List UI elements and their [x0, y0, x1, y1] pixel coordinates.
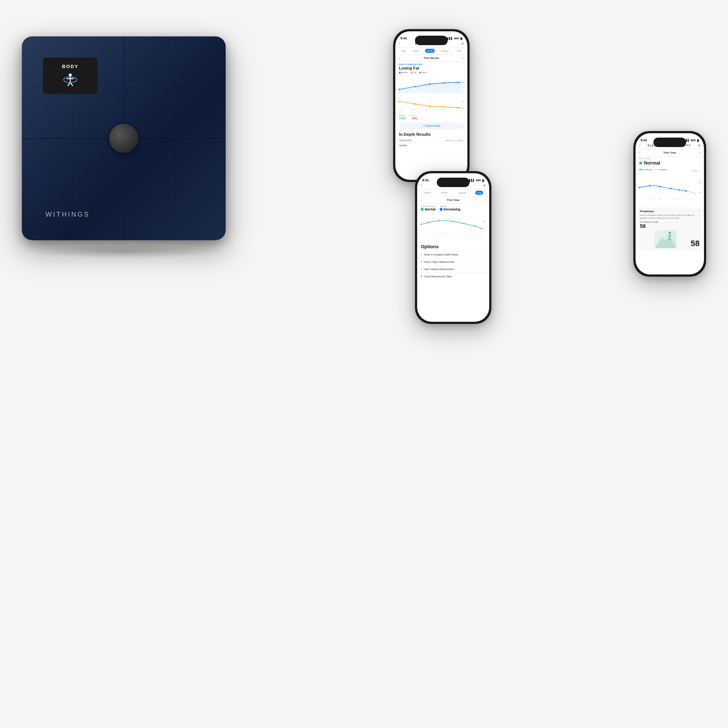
svg-point-15: [414, 103, 416, 105]
option-how-left: ? How to Take a Measurement: [421, 260, 454, 263]
period-label-2: This Year: [447, 198, 459, 202]
dynamic-island-3: [653, 138, 686, 147]
bc-chart-title: Losing Fat: [395, 66, 467, 71]
vascular-section: VASCULAR AGE Normal TREND Decreasing: [417, 204, 489, 213]
vascular-data-row: VASCULAR AGE Normal TREND Decreasing: [421, 205, 486, 211]
next-period-2[interactable]: ›: [485, 198, 486, 202]
svg-text:J: J: [420, 233, 421, 235]
svg-text:30: 30: [463, 101, 465, 102]
svg-text:D: D: [482, 233, 483, 235]
trend-status-text: Decreasing: [444, 208, 460, 211]
table-icon: ≡: [421, 275, 423, 278]
trend-item: TREND Decreasing: [440, 205, 460, 211]
bone-dot: [419, 72, 421, 73]
bc-chart-muscle: 80 78 75: [395, 74, 467, 95]
option-how-to[interactable]: ? How to Take a Measurement ›: [417, 258, 489, 265]
body-scan-icon: [62, 71, 79, 88]
health-report-arrow: ›: [485, 253, 486, 256]
fat-label: Fat: [413, 71, 416, 73]
svg-text:A: A: [460, 233, 461, 235]
signal-icon: ▌▌▌: [447, 37, 453, 40]
svg-text:J: J: [664, 199, 665, 200]
explore-data-button[interactable]: ↗ Explore Data: [399, 123, 464, 129]
phones-area: 9:41 ▌▌▌ WiFi ▓ ‹ BODY COMPOSITION ≡ Day…: [393, 29, 706, 357]
legend-bone: Bone: [419, 71, 426, 73]
how-to-arrow: ›: [485, 260, 486, 263]
tab-day[interactable]: Day: [400, 49, 407, 53]
prediction-title: Prediction: [640, 210, 654, 213]
predicted-line: [655, 169, 658, 170]
phone2-time: 9:41: [422, 178, 429, 182]
menu-button-3[interactable]: ≡: [698, 144, 700, 147]
brand-label: WITHINGS: [46, 211, 90, 219]
menu-button-1[interactable]: ≡: [462, 41, 464, 46]
tab-quarter-2[interactable]: Quarter: [457, 191, 468, 195]
battery-icon: ▓: [460, 37, 462, 40]
option-health-left: ♪ Share a Complete Health Report: [421, 253, 458, 256]
svg-text:Mon 8: Mon 8: [412, 109, 416, 111]
scale-knob: [109, 124, 138, 153]
wifi-icon: WiFi: [454, 37, 459, 40]
next-period-1[interactable]: ›: [463, 56, 464, 60]
prev-period-3[interactable]: ‹: [639, 151, 640, 155]
predicted-legend: Predicted: [655, 166, 667, 173]
bone-label: Bone: [422, 71, 426, 73]
prev-period-1[interactable]: ‹: [399, 56, 400, 60]
bc-legend: Muscle Fat Bone: [395, 71, 467, 74]
prediction-bottom: 58: [640, 230, 700, 248]
tab-year-2-active[interactable]: Year: [476, 191, 483, 195]
svg-point-50: [649, 185, 650, 187]
option-add-manual[interactable]: + Add a Manual Measurement ›: [417, 265, 489, 273]
svg-text:50: 50: [699, 192, 701, 194]
score-label-container: Score: [693, 166, 700, 173]
phone1-status-icons: ▌▌▌ WiFi ▓: [447, 37, 462, 40]
svg-text:F: F: [644, 199, 645, 200]
phone3-time-nav: ‹ This Year ›: [636, 149, 704, 156]
svg-point-28: [453, 220, 454, 222]
vascular-status-text: Normal: [425, 208, 435, 211]
svg-text:A: A: [675, 199, 676, 200]
phone2-time-nav: ‹ This Year ›: [417, 197, 489, 204]
scale-shadow: [33, 244, 215, 258]
svg-point-54: [685, 190, 687, 192]
option-add-left: + Add a Manual Measurement: [421, 268, 454, 271]
ederm-legend: Confirmed Predicted Score: [636, 166, 704, 174]
tab-week[interactable]: Week: [412, 49, 421, 53]
tab-year[interactable]: Year: [455, 49, 463, 53]
how-to-label: How to Take a Measurement: [424, 261, 454, 263]
tab-month-2[interactable]: Month: [440, 191, 449, 195]
svg-point-26: [428, 222, 429, 223]
svg-text:J: J: [448, 233, 449, 235]
prev-period-2[interactable]: ‹: [421, 198, 422, 202]
score-axis-label: Score: [693, 170, 700, 172]
phone2-screen: 9:41 ▌▌▌ WiFi ▓ ‹ VASCULAR AGE ≡ Week Mo…: [417, 173, 489, 322]
vascular-status: Normal: [421, 208, 436, 211]
option-show-table[interactable]: ≡ Show Measurement Table ›: [417, 273, 489, 280]
option-health-report[interactable]: ♪ Share a Complete Health Report ›: [417, 251, 489, 258]
phone2-status-icons: ▌▌▌ WiFi ▓: [469, 179, 484, 182]
confirmed-label: Confirmed: [644, 168, 652, 171]
prediction-figure: [655, 230, 676, 248]
tab-month-active[interactable]: Month: [425, 49, 434, 53]
prediction-info-text: Here's a prediction based on your trend.…: [640, 214, 700, 219]
phone-body-composition: 9:41 ▌▌▌ WiFi ▓ ‹ BODY COMPOSITION ≡ Day…: [393, 29, 470, 182]
scale-body: BODY WITHINGS: [22, 37, 226, 240]
phone3-status-icons: ▌▌▌ WiFi ▓: [684, 139, 699, 142]
menu-button-2[interactable]: ≡: [483, 184, 486, 187]
tab-week-2[interactable]: Week: [423, 191, 433, 195]
svg-point-9: [443, 82, 444, 84]
svg-text:100: 100: [699, 182, 702, 184]
vascular-age-item: VASCULAR AGE Normal: [421, 205, 436, 211]
big-score: 58: [691, 239, 700, 248]
tab-quarter[interactable]: Quarter: [439, 49, 450, 53]
fat-dot: [411, 72, 412, 73]
svg-text:S: S: [680, 199, 681, 200]
svg-point-8: [429, 83, 430, 85]
svg-text:78: 78: [463, 86, 465, 88]
svg-point-49: [639, 187, 640, 188]
svg-point-18: [457, 107, 459, 109]
svg-text:Apr: Apr: [483, 221, 486, 223]
signal-icon-2: ▌▌▌: [469, 179, 475, 182]
svg-text:M: M: [431, 233, 433, 235]
next-period-3[interactable]: ›: [699, 151, 700, 155]
